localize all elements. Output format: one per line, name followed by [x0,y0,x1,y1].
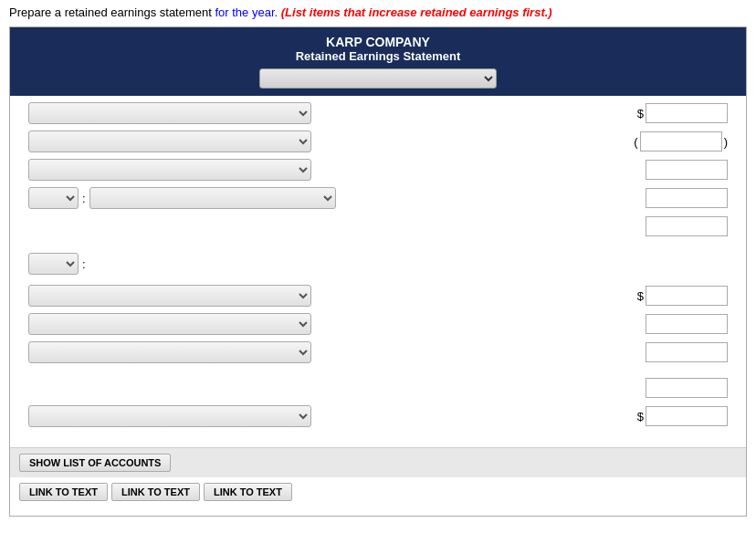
row7-right: $ [637,286,728,306]
form-row-6: : [28,252,728,276]
row2-select[interactable] [28,131,311,152]
row2-input[interactable] [640,131,722,152]
form-row-2: ( ) [28,130,728,153]
row5-right [609,216,728,236]
row8-input[interactable] [646,314,728,334]
row8-right [646,314,728,334]
row3-select[interactable] [28,159,311,181]
row1-dollar: $ [637,107,644,120]
row7-input[interactable] [646,286,728,306]
row4a-select[interactable] [28,187,79,209]
form-row-7: $ [28,284,728,308]
instruction-emphasis: (List items that increase retained earni… [281,5,552,19]
show-accounts-button[interactable]: SHOW LIST OF ACCOUNTS [19,454,171,472]
statement-title: Retained Earnings Statement [19,49,737,63]
period-select[interactable] [259,68,497,89]
link-button-2[interactable]: LINK TO TEXT [111,483,200,501]
row1-select[interactable] [28,102,311,124]
row2-right: ( ) [609,131,728,152]
row11-left [28,405,609,427]
form-body: $ ( ) [10,96,746,438]
form-header: KARP COMPANY Retained Earnings Statement [10,27,746,96]
row9-left [28,341,627,363]
row1-right: $ [609,103,728,123]
main-form-container: KARP COMPANY Retained Earnings Statement… [9,26,747,517]
form-row-4: : [28,186,728,210]
form-row-8 [28,312,728,336]
row4-input[interactable] [646,188,728,208]
row2-left [28,131,609,152]
row2-paren-right: ) [724,135,728,149]
row6-colon: : [82,257,86,271]
row2-paren-left: ( [634,135,637,149]
row4-colon: : [82,192,86,205]
row3-right [609,160,728,180]
row7-dollar: $ [637,289,644,303]
link-buttons-bar: LINK TO TEXT LINK TO TEXT LINK TO TEXT [10,477,746,507]
row4b-select[interactable] [89,187,336,209]
row3-input[interactable] [646,160,728,180]
form-row-1: $ [28,101,728,125]
row8-left [28,313,627,335]
form-row-3 [28,158,728,182]
row7-select[interactable] [28,285,311,307]
row9-select[interactable] [28,341,311,363]
row9-right [646,342,728,362]
row8-select[interactable] [28,313,311,335]
row10-right [609,378,728,398]
row9-input[interactable] [646,342,728,362]
row1-left [28,102,609,124]
row11-input[interactable] [646,406,728,426]
form-row-9 [28,340,728,364]
company-name: KARP COMPANY [19,35,737,49]
link-button-1[interactable]: LINK TO TEXT [19,483,108,501]
form-row-10 [28,376,728,400]
row1-input[interactable] [646,103,728,123]
show-accounts-bar: SHOW LIST OF ACCOUNTS [10,447,746,477]
row6-select[interactable] [28,253,79,275]
row7-left [28,285,619,307]
row4-right [609,188,728,208]
row5-input[interactable] [646,216,728,236]
section-gap-1 [28,243,728,252]
row3-left [28,159,609,181]
row10-input[interactable] [646,378,728,398]
form-row-11: $ [28,404,728,428]
section-gap-3 [28,369,728,376]
row4-left: : [28,187,609,209]
instruction-text: Prepare a retained earnings statement fo… [0,0,756,26]
row11-dollar: $ [637,410,644,423]
instruction-link[interactable]: for the year. [215,5,278,19]
link-button-3[interactable]: LINK TO TEXT [204,483,292,501]
form-row-5 [28,214,728,238]
row11-right: $ [609,406,728,426]
row6-left: : [28,253,728,275]
row11-select[interactable] [28,405,311,427]
